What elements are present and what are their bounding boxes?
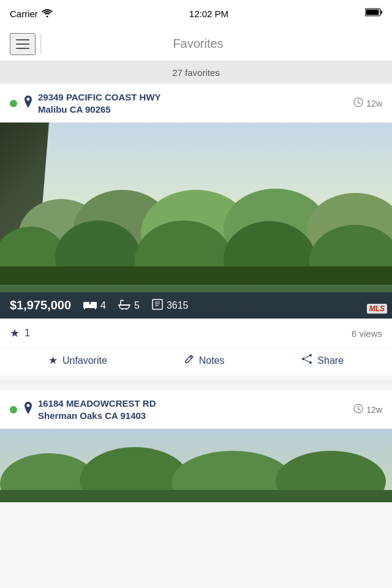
svg-rect-21	[84, 308, 85, 309]
listing-2-address-line2: Sherman Oaks CA 91403	[38, 410, 353, 422]
share-label: Share	[317, 355, 344, 366]
listing-sqft-value: 3615	[167, 300, 189, 311]
listing-header[interactable]: 29349 PACIFIC COAST HWY Malibu CA 90265 …	[0, 84, 392, 123]
listing-stats-row: ★ 1 6 views	[0, 318, 392, 347]
listing-actions-row: ★ Unfavorite Notes Sh	[0, 347, 392, 375]
listing-baths-stat: 5	[118, 299, 140, 312]
svg-rect-17	[0, 266, 392, 285]
pencil-icon	[184, 354, 194, 367]
svg-rect-2	[381, 11, 383, 14]
location-pin-icon-2	[23, 402, 33, 417]
status-right	[365, 8, 382, 19]
svg-rect-26	[153, 300, 162, 309]
star-outline-icon: ★	[48, 354, 58, 367]
sqft-icon	[152, 299, 163, 312]
mls-badge: MLS	[367, 304, 387, 314]
svg-rect-20	[91, 302, 97, 306]
location-pin-icon	[23, 96, 33, 111]
svg-line-38	[358, 409, 360, 410]
listing-baths-count: 5	[134, 300, 140, 311]
clock-icon	[353, 97, 363, 109]
status-bar: Carrier 12:02 PM	[0, 0, 392, 27]
svg-line-6	[358, 103, 360, 104]
carrier-label: Carrier	[10, 9, 38, 19]
listing-sqft-stat: 3615	[152, 299, 189, 312]
section-divider	[0, 380, 392, 385]
status-time: 12:02 PM	[189, 9, 228, 19]
listing-2-time-label: 12w	[366, 405, 382, 415]
notes-label: Notes	[199, 355, 225, 366]
wifi-icon	[42, 9, 53, 19]
svg-rect-23	[118, 304, 130, 306]
star-filled-icon: ★	[10, 326, 20, 340]
bath-icon	[118, 299, 130, 312]
listing-address-line2: Malibu CA 90265	[38, 104, 353, 116]
listing-2-time: 12w	[353, 404, 382, 415]
clock-icon-2	[353, 404, 363, 415]
status-left: Carrier	[10, 9, 53, 19]
svg-point-31	[309, 354, 312, 356]
unfavorite-label: Unfavorite	[62, 355, 107, 366]
svg-line-30	[190, 356, 192, 358]
hamburger-menu-button[interactable]	[10, 33, 36, 55]
favorites-count-label: 27 favorites	[172, 67, 220, 78]
listing-address: 29349 PACIFIC COAST HWY Malibu CA 90265	[38, 91, 353, 115]
active-status-dot	[10, 100, 17, 107]
listing-item: 29349 PACIFIC COAST HWY Malibu CA 90265 …	[0, 84, 392, 375]
svg-point-32	[309, 361, 312, 364]
star-count: ★ 1	[10, 326, 30, 340]
svg-rect-44	[0, 490, 392, 502]
unfavorite-button[interactable]: ★ Unfavorite	[48, 354, 107, 367]
page-title: Favorites	[51, 37, 345, 51]
notes-button[interactable]: Notes	[184, 354, 225, 367]
svg-rect-3	[366, 10, 379, 15]
listing-2-address-line1: 16184 MEADOWCREST RD	[38, 398, 353, 410]
listing-2-image[interactable]	[0, 429, 392, 502]
svg-line-24	[122, 309, 123, 310]
listing-2-address: 16184 MEADOWCREST RD Sherman Oaks CA 914…	[38, 398, 353, 421]
svg-rect-19	[83, 302, 89, 306]
listing-beds-stat: 4	[83, 300, 106, 312]
svg-point-33	[302, 358, 304, 360]
star-count-label: 1	[24, 328, 30, 339]
svg-rect-22	[95, 308, 96, 309]
nav-divider	[40, 34, 41, 54]
share-button[interactable]: Share	[301, 354, 344, 367]
active-status-dot-2	[10, 406, 17, 413]
nav-bar: Favorites	[0, 27, 392, 61]
svg-line-34	[304, 356, 310, 358]
listing-beds-count: 4	[100, 300, 106, 311]
battery-icon	[365, 8, 382, 19]
share-icon	[301, 354, 312, 367]
listing-time-label: 12w	[366, 99, 382, 108]
listing-time: 12w	[353, 97, 382, 109]
svg-line-35	[304, 360, 310, 362]
listing-overlay: $1,975,000 4	[0, 292, 392, 318]
bed-icon	[83, 300, 97, 312]
listing-price: $1,975,000	[10, 298, 71, 312]
listing-item-2: 16184 MEADOWCREST RD Sherman Oaks CA 914…	[0, 390, 392, 502]
listing-address-line1: 29349 PACIFIC COAST HWY	[38, 91, 353, 104]
favorites-count-bar: 27 favorites	[0, 61, 392, 84]
svg-point-0	[46, 15, 48, 17]
listing-image[interactable]: $1,975,000 4	[0, 123, 392, 318]
listing-2-header[interactable]: 16184 MEADOWCREST RD Sherman Oaks CA 914…	[0, 390, 392, 429]
views-count: 6 views	[352, 328, 382, 339]
svg-line-25	[126, 309, 127, 310]
